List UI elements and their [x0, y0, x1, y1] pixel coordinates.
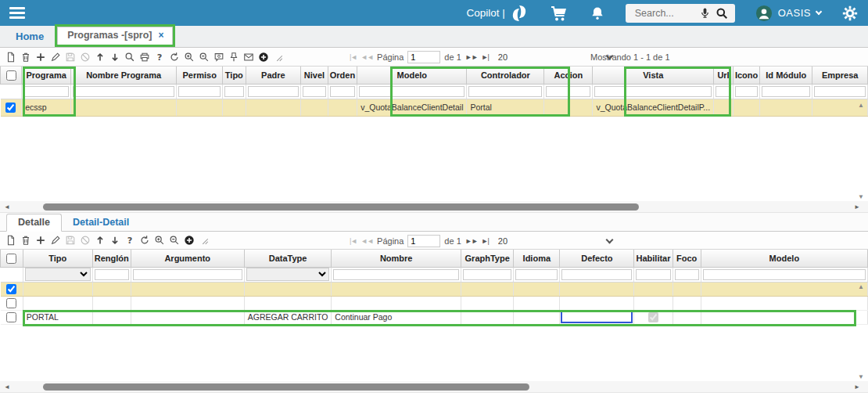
row-checkbox[interactable] [6, 312, 16, 322]
filter-padre-input[interactable] [248, 86, 299, 97]
filter-nombre-programa-input[interactable] [73, 86, 174, 97]
col-graphtype[interactable]: GraphType [461, 250, 514, 267]
delete-button[interactable] [18, 233, 33, 247]
detail-scroll-up-icon[interactable]: ▲ [858, 283, 864, 290]
table-row[interactable]: PORTAL AGREGAR CARRITO Continuar Pago [1, 310, 868, 324]
col-controlador[interactable]: Controlador [467, 67, 544, 84]
master-hscrollbar[interactable]: ◄ ► [0, 201, 868, 213]
master-hscroll-thumb[interactable] [43, 203, 639, 211]
close-tab-icon[interactable]: × [158, 30, 163, 41]
filter-nivel-input[interactable] [303, 86, 325, 97]
print-button[interactable] [137, 50, 152, 64]
col-padre[interactable]: Padre [246, 67, 301, 84]
first-page-icon[interactable]: |◄ [350, 237, 357, 245]
col-tipo[interactable]: Tipo [23, 250, 92, 267]
zoom-in-button[interactable] [181, 50, 196, 64]
cell-nombre[interactable]: Continuar Pago [332, 310, 461, 324]
filter-modelo-input[interactable] [703, 269, 866, 280]
filter-datatype-select[interactable] [246, 268, 330, 281]
table-row[interactable] [1, 296, 868, 310]
filter-tipo-input[interactable] [224, 86, 243, 97]
find-button[interactable] [122, 50, 137, 64]
scroll-left-icon[interactable]: ◄ [4, 383, 10, 391]
col-habilitar[interactable]: Habilitar [634, 250, 673, 267]
cell-controlador[interactable]: Portal [467, 99, 544, 116]
table-row[interactable] [1, 282, 868, 296]
col-argumento[interactable]: Argumento [131, 250, 244, 267]
bell-icon[interactable] [590, 5, 605, 22]
row-checkbox[interactable] [5, 103, 16, 113]
hamburger-menu-icon[interactable] [9, 7, 25, 19]
filter-tipo-select[interactable] [25, 268, 91, 281]
select-all-checkbox[interactable] [6, 254, 16, 264]
col-url[interactable]: Url [714, 67, 733, 84]
scroll-right-icon[interactable]: ► [854, 203, 860, 211]
last-page-icon[interactable]: ►| [482, 53, 489, 61]
row-checkbox[interactable] [6, 298, 16, 308]
col-vista[interactable]: Vista [593, 67, 714, 84]
detail-hscroll-thumb[interactable] [43, 383, 529, 391]
scroll-right-icon[interactable]: ► [854, 383, 860, 391]
filter-foco-input[interactable] [675, 269, 699, 280]
search-icon[interactable] [716, 7, 728, 20]
tab-detalle[interactable]: Detalle [6, 214, 62, 232]
defecto-focused-cell[interactable] [561, 311, 633, 323]
filter-id-modulo-input[interactable] [762, 86, 810, 97]
prev-page-icon[interactable]: ◄◄ [360, 237, 373, 245]
filter-modelo-input[interactable] [359, 86, 464, 97]
col-modelo[interactable]: Modelo [701, 250, 867, 267]
col-nombre[interactable]: Nombre [332, 250, 461, 267]
cell-vista[interactable]: v_QuotaBalanceClientDetailP... [593, 99, 714, 116]
col-datatype[interactable]: DataType [244, 250, 332, 267]
add-button[interactable] [33, 50, 48, 64]
filter-defecto-input[interactable] [561, 269, 632, 280]
filter-permiso-input[interactable] [178, 86, 221, 97]
col-id-modulo[interactable]: Id Módulo [760, 67, 812, 84]
page-number-input[interactable] [407, 51, 440, 63]
cell-programa[interactable]: ecssp [22, 99, 71, 116]
refresh-button[interactable] [137, 233, 152, 247]
edit-button[interactable] [48, 50, 63, 64]
comment-button[interactable] [211, 50, 226, 64]
edit-button[interactable] [48, 233, 63, 247]
page-number-input[interactable] [407, 235, 440, 247]
col-foco[interactable]: Foco [673, 250, 701, 267]
col-permiso[interactable]: Permiso [177, 67, 223, 84]
detail-hscrollbar[interactable]: ◄ ► [0, 381, 868, 393]
tab-programas-spro[interactable]: Programas -[spro] × [57, 27, 172, 45]
mail-button[interactable] [241, 50, 256, 64]
pin-button[interactable] [226, 50, 241, 64]
filter-idioma-input[interactable] [515, 269, 558, 280]
first-page-icon[interactable]: |◄ [350, 53, 357, 61]
col-accion[interactable]: Accion [544, 67, 593, 84]
move-up-button[interactable] [92, 233, 107, 247]
cell-modelo[interactable]: v_QuotaBalanceClientDetail [357, 99, 467, 116]
move-down-button[interactable] [107, 50, 122, 64]
mic-icon[interactable] [699, 7, 711, 19]
next-page-icon[interactable]: ►► [465, 237, 478, 245]
cell-tipo[interactable]: PORTAL [23, 310, 92, 324]
col-defecto[interactable]: Defecto [560, 250, 634, 267]
move-down-button[interactable] [107, 233, 122, 247]
help-button[interactable] [152, 50, 167, 64]
master-scroll-down-icon[interactable]: ▼ [858, 193, 864, 200]
add-button[interactable] [33, 233, 48, 247]
filter-nombre-input[interactable] [333, 269, 459, 280]
scroll-left-icon[interactable]: ◄ [4, 203, 10, 211]
filter-vista-input[interactable] [594, 86, 712, 97]
tab-detail-detail[interactable]: Detail-Detail [62, 214, 140, 231]
copilot-brand[interactable]: Copilot | [466, 4, 528, 23]
filter-argumento-input[interactable] [133, 269, 242, 280]
col-nivel[interactable]: Nivel [301, 67, 328, 84]
new-button[interactable] [3, 50, 18, 64]
select-all-checkbox[interactable] [6, 70, 16, 81]
col-renglon[interactable]: Renglón [92, 250, 131, 267]
help-button[interactable] [122, 233, 137, 247]
delete-button[interactable] [18, 50, 33, 64]
zoom-in-button[interactable] [152, 233, 167, 247]
zoom-out-button[interactable] [167, 233, 181, 247]
tab-home[interactable]: Home [16, 31, 44, 42]
col-idioma[interactable]: Idioma [514, 250, 560, 267]
col-programa[interactable]: Programa [22, 67, 71, 84]
page-size-select[interactable]: 20 [493, 234, 618, 248]
